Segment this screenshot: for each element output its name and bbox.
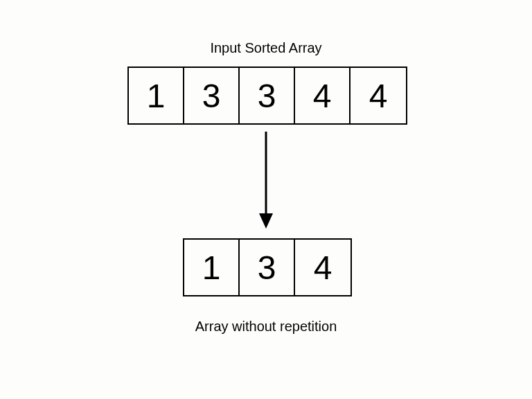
output-array: 1 3 4: [183, 238, 352, 296]
input-array-label: Input Sorted Array: [0, 40, 532, 56]
output-cell: 1: [184, 240, 240, 295]
svg-marker-1: [259, 213, 273, 229]
input-cell: 1: [129, 68, 184, 123]
input-cell: 4: [351, 68, 406, 123]
input-array: 1 3 3 4 4: [127, 66, 407, 125]
input-cell: 4: [295, 68, 351, 123]
input-cell: 3: [184, 68, 240, 123]
arrow-down-icon: [259, 132, 273, 229]
output-cell: 3: [240, 240, 295, 295]
output-cell: 4: [295, 240, 351, 295]
input-cell: 3: [240, 68, 295, 123]
output-array-label: Array without repetition: [0, 319, 532, 335]
